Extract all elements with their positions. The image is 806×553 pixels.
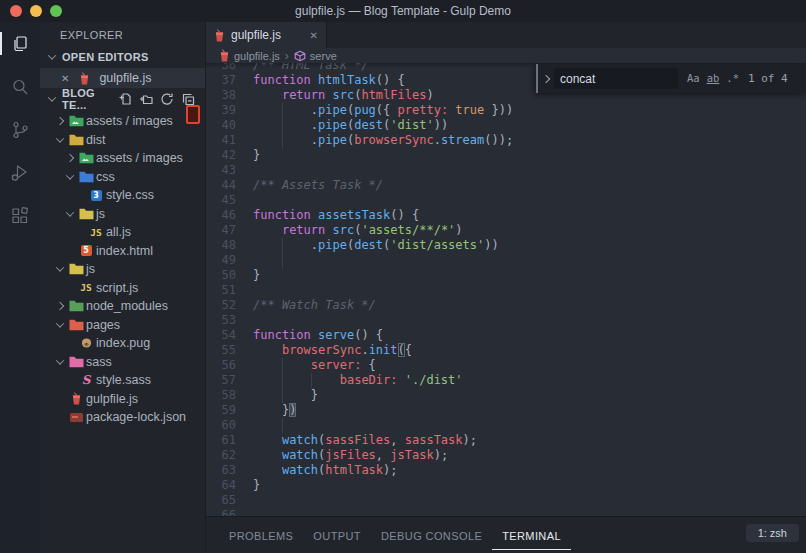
tree-item-script.js[interactable]: JSscript.js (40, 279, 205, 298)
code-line-66[interactable]: 66 (206, 508, 806, 516)
line-number: 55 (206, 343, 236, 358)
tree-item-sass[interactable]: sass (40, 353, 205, 372)
breadcrumb-item[interactable]: gulpfile.js (219, 49, 280, 62)
chevron-down-icon (46, 96, 58, 102)
tree-item-style.css[interactable]: 3style.css (40, 186, 205, 205)
close-icon[interactable]: ✕ (61, 73, 69, 84)
code-line-61[interactable]: 61 watch(sassFiles, sassTask); (206, 433, 806, 448)
tree-item-all.js[interactable]: JSall.js (40, 223, 205, 242)
breadcrumb-item[interactable]: serve (294, 50, 337, 62)
title-bar: gulpfile.js — Blog Template - Gulp Demo (0, 0, 806, 22)
tree-item-index.pug[interactable]: index.pug (40, 334, 205, 353)
code-line-52[interactable]: 52/** Watch Task */ (206, 298, 806, 313)
tab-gulpfile-js[interactable]: gulpfile.js ✕ (206, 22, 327, 48)
tree-item-pages[interactable]: pages (40, 316, 205, 335)
terminal-select[interactable]: 1: zsh (746, 524, 799, 542)
code-line-65[interactable]: 65 (206, 493, 806, 508)
gulp-icon (219, 49, 230, 62)
line-number: 41 (206, 133, 236, 148)
line-number: 53 (206, 313, 236, 328)
code-line-50[interactable]: 50} (206, 268, 806, 283)
tree-item-node-modules[interactable]: node_modules (40, 297, 205, 316)
line-number: 37 (206, 73, 236, 88)
line-number: 45 (206, 193, 236, 208)
line-number: 64 (206, 478, 236, 493)
run-debug-icon[interactable] (0, 151, 40, 194)
window-title: gulpfile.js — Blog Template - Gulp Demo (0, 0, 806, 22)
line-number: 50 (206, 268, 236, 283)
code-line-47[interactable]: 47 return src('assets/**/*') (206, 223, 806, 238)
tree-item-label: all.js (106, 225, 131, 239)
code-line-45[interactable]: 45 (206, 193, 806, 208)
search-icon[interactable] (0, 65, 40, 108)
find-input[interactable] (554, 68, 678, 89)
refresh-icon[interactable] (160, 92, 174, 106)
code-line-58[interactable]: 58 } (206, 388, 806, 403)
activity-bar (0, 22, 40, 553)
tree-item-label: js (96, 207, 105, 221)
match-case-icon[interactable]: Aa (687, 71, 700, 86)
code-line-56[interactable]: 56 server: { (206, 358, 806, 373)
js-icon: JS (76, 282, 96, 293)
code-line-60[interactable]: 60 (206, 418, 806, 433)
tree-item-assets-images[interactable]: assets / images (40, 149, 205, 168)
open-editors-header[interactable]: OPEN EDITORS (40, 46, 205, 68)
folder-node-icon (66, 300, 86, 312)
code-line-46[interactable]: 46function assetsTask() { (206, 208, 806, 223)
tree-item-js[interactable]: js (40, 205, 205, 224)
panel-tab-debug-console[interactable]: DEBUG CONSOLE (371, 521, 492, 550)
chevron-down-icon (64, 211, 76, 217)
code-line-57[interactable]: 57 baseDir: './dist' (206, 373, 806, 388)
panel-tab-terminal[interactable]: TERMINAL (492, 521, 571, 550)
panel-tab-problems[interactable]: PROBLEMS (219, 521, 303, 550)
tree-item-js[interactable]: js (40, 260, 205, 279)
panel-tab-output[interactable]: OUTPUT (303, 521, 371, 550)
code-line-42[interactable]: 42} (206, 148, 806, 163)
collapse-all-icon[interactable] (181, 92, 195, 106)
regex-icon[interactable]: .* (726, 71, 739, 86)
code-line-59[interactable]: 59 }) (206, 403, 806, 418)
find-expand-chevron-icon[interactable] (538, 76, 554, 82)
code-line-40[interactable]: 40 .pipe(dest('dist')) (206, 118, 806, 133)
source-control-icon[interactable] (0, 108, 40, 151)
code-line-43[interactable]: 43 (206, 163, 806, 178)
open-editor-item[interactable]: ✕gulpfile.js (40, 68, 205, 88)
code-line-63[interactable]: 63 watch(htmlTask); (206, 463, 806, 478)
tab-close-icon[interactable]: ✕ (310, 30, 318, 41)
files-icon[interactable] (0, 22, 40, 65)
gulp-icon (66, 392, 86, 405)
code-line-44[interactable]: 44/** Assets Task */ (206, 178, 806, 193)
tree-item-assets-images[interactable]: assets / images (40, 112, 205, 131)
code-line-64[interactable]: 64} (206, 478, 806, 493)
folder-sass-icon (66, 356, 86, 368)
tree-item-label: css (96, 170, 115, 184)
new-file-icon[interactable] (118, 92, 132, 106)
tree-item-package-lock.json[interactable]: package-lock.json (40, 408, 205, 427)
breadcrumb-separator: › (285, 49, 289, 63)
tree-item-dist[interactable]: dist (40, 131, 205, 150)
whole-word-icon[interactable]: ab (707, 71, 720, 86)
code-line-51[interactable]: 51 (206, 283, 806, 298)
code-line-41[interactable]: 41 .pipe(browserSync.stream()); (206, 133, 806, 148)
tree-item-label: script.js (96, 281, 138, 295)
tree-item-label: index.pug (96, 336, 150, 350)
code-lines: 36/** HTML Task */37function htmlTask() … (206, 63, 806, 516)
red-file-badge (186, 105, 200, 124)
code-editor[interactable]: Aa ab .* 1 of 4 36/** HTML Task */37func… (206, 63, 806, 516)
code-line-55[interactable]: 55 browserSync.init({ (206, 343, 806, 358)
extensions-icon[interactable] (0, 194, 40, 237)
tree-item-index.html[interactable]: 5index.html (40, 242, 205, 261)
code-line-54[interactable]: 54function serve() { (206, 328, 806, 343)
code-line-48[interactable]: 48 .pipe(dest('dist/assets')) (206, 238, 806, 253)
tree-item-css[interactable]: css (40, 168, 205, 187)
code-line-62[interactable]: 62 watch(jsFiles, jsTask); (206, 448, 806, 463)
tree-item-gulpfile.js[interactable]: gulpfile.js (40, 390, 205, 409)
project-section-header[interactable]: BLOG TE... (40, 88, 205, 110)
code-line-53[interactable]: 53 (206, 313, 806, 328)
code-line-49[interactable]: 49 (206, 253, 806, 268)
new-folder-icon[interactable] (139, 92, 153, 106)
code-line-39[interactable]: 39 .pipe(pug({ pretty: true })) (206, 103, 806, 118)
tree-item-style.sass[interactable]: Sstyle.sass (40, 371, 205, 390)
chevron-right-icon (64, 155, 76, 161)
editor-tab-bar: gulpfile.js ✕ (206, 22, 806, 48)
